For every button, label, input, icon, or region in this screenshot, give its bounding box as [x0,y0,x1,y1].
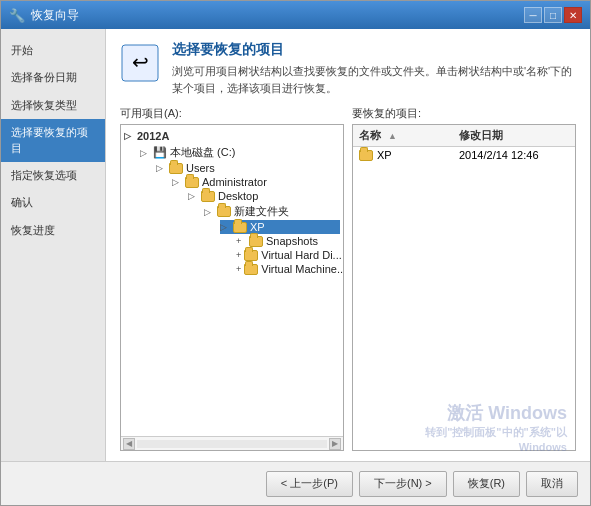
prev-button[interactable]: < 上一步(P) [266,471,353,497]
maximize-button[interactable]: □ [544,7,562,23]
window-title: 恢复向导 [31,7,79,24]
next-button[interactable]: 下一步(N) > [359,471,447,497]
folder-icon-xp [233,222,247,233]
folder-icon-snapshots [249,236,263,247]
sort-icon: ▲ [388,131,397,141]
xp-label: XP [250,221,265,233]
right-panel-wrap: 要恢复的项目: 名称 ▲ 修改日期 [352,106,576,451]
expand-icon: ▷ [124,131,134,141]
header-desc: 浏览可用项目树状结构以查找要恢复的文件或文件夹。单击树状结构中或'名称'下的某个… [172,63,576,96]
col-header-date: 修改日期 [459,128,569,143]
tree-children-desktop: ▷ 新建文件夹 ▷ [188,203,340,276]
left-scrollbar[interactable]: ◀ ▶ [121,436,343,450]
row-name-xp: XP [359,149,455,161]
right-panel-row-xp[interactable]: XP 2014/2/14 12:46 [353,147,575,163]
tree-node-vm[interactable]: + Virtual Machine... [236,262,340,276]
users-label: Users [186,162,215,174]
sidebar: 开始 选择备份日期 选择恢复类型 选择要恢复的项目 指定恢复选项 确认 恢复进度 [1,29,106,461]
tree-node-newfolder[interactable]: ▷ 新建文件夹 [204,203,340,220]
tree-node-vhd[interactable]: + Virtual Hard Di... [236,248,340,262]
minimize-button[interactable]: ─ [524,7,542,23]
header-text-block: 选择要恢复的项目 浏览可用项目树状结构以查找要恢复的文件或文件夹。单击树状结构中… [172,41,576,96]
scroll-right-arrow[interactable]: ▶ [329,438,341,450]
tree-children-admin: ▷ Desktop ▷ [172,189,340,276]
sidebar-item-confirm[interactable]: 确认 [1,189,105,216]
right-panel: 名称 ▲ 修改日期 XP 2014/2/14 12:4 [352,124,576,451]
tree-node-drive[interactable]: ▷ 💾 本地磁盘 (C:) [140,144,340,161]
tree-node-admin[interactable]: ▷ Administrator [172,175,340,189]
main-window: 🔧 恢复向导 ─ □ ✕ 开始 选择备份日期 选择恢复类型 选择要恢复的项目 [0,0,591,506]
svg-text:↩: ↩ [132,51,149,73]
header-area: ↩ 选择要恢复的项目 浏览可用项目树状结构以查找要恢复的文件或文件夹。单击树状结… [120,41,576,96]
tree-children-drive: ▷ Users ▷ [140,161,340,276]
folder-icon-admin [185,177,199,188]
scroll-track-h[interactable] [137,440,327,448]
panels-row: 可用项目(A): ▷ 2012A ▷ [120,106,576,451]
admin-label: Administrator [202,176,267,188]
title-bar-buttons: ─ □ ✕ [524,7,582,23]
tree-children-newfolder: ▷ XP [204,220,340,276]
header-icon: ↩ [120,43,160,83]
tree-children-users: ▷ Administrator ▷ [156,175,340,276]
vm-label: Virtual Machine... [261,263,343,275]
content-area: 开始 选择备份日期 选择恢复类型 选择要恢复的项目 指定恢复选项 确认 恢复进度 [1,29,590,461]
bottom-bar: < 上一步(P) 下一步(N) > 恢复(R) 取消 [1,461,590,505]
sidebar-item-restore-type[interactable]: 选择恢复类型 [1,92,105,119]
sidebar-item-backup-date[interactable]: 选择备份日期 [1,64,105,91]
tree-node-users[interactable]: ▷ Users [156,161,340,175]
folder-icon-vm [244,264,258,275]
tree-children-year: ▷ 💾 本地磁盘 (C:) ▷ Users [124,144,340,276]
folder-icon-row-xp [359,150,373,161]
desktop-label: Desktop [218,190,258,202]
tree-node-desktop[interactable]: ▷ Desktop [188,189,340,203]
header-title: 选择要恢复的项目 [172,41,576,59]
title-bar: 🔧 恢复向导 ─ □ ✕ [1,1,590,29]
sidebar-item-restore-options[interactable]: 指定恢复选项 [1,162,105,189]
tree-node-snapshots[interactable]: + Snapshots [236,234,340,248]
tree-year-node[interactable]: ▷ 2012A [124,128,340,144]
sidebar-item-progress[interactable]: 恢复进度 [1,217,105,244]
window-icon: 🔧 [9,8,25,23]
right-panel-inner[interactable]: XP 2014/2/14 12:46 [353,147,575,450]
sidebar-item-start[interactable]: 开始 [1,37,105,64]
tree-children-xp: + Snapshots + [220,234,340,276]
folder-icon-newfolder [217,206,231,217]
left-panel: ▷ 2012A ▷ 💾 本地磁盘 (C:) [120,124,344,451]
cancel-button[interactable]: 取消 [526,471,578,497]
folder-icon-vhd [244,250,258,261]
sidebar-item-select-items[interactable]: 选择要恢复的项目 [1,119,105,162]
vhd-label: Virtual Hard Di... [261,249,342,261]
left-panel-inner[interactable]: ▷ 2012A ▷ 💾 本地磁盘 (C:) [121,125,343,436]
left-panel-label: 可用项目(A): [120,106,344,121]
main-panel: ↩ 选择要恢复的项目 浏览可用项目树状结构以查找要恢复的文件或文件夹。单击树状结… [106,29,590,461]
snapshots-label: Snapshots [266,235,318,247]
drive-icon: 💾 [153,146,167,159]
right-panel-label: 要恢复的项目: [352,106,576,121]
tree-node-xp[interactable]: ▷ XP [220,220,340,234]
right-panel-header: 名称 ▲ 修改日期 [353,125,575,147]
folder-icon-desktop [201,191,215,202]
year-label: 2012A [137,130,169,142]
folder-icon-users [169,163,183,174]
col-header-name: 名称 ▲ [359,128,459,143]
row-date-xp: 2014/2/14 12:46 [459,149,569,161]
scroll-left-arrow[interactable]: ◀ [123,438,135,450]
newfolder-label: 新建文件夹 [234,204,289,219]
left-panel-wrap: 可用项目(A): ▷ 2012A ▷ [120,106,344,451]
restore-button[interactable]: 恢复(R) [453,471,520,497]
close-button[interactable]: ✕ [564,7,582,23]
